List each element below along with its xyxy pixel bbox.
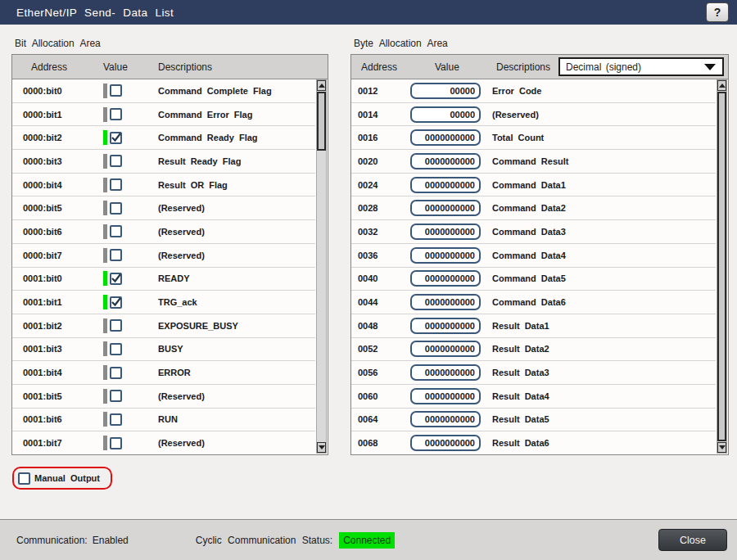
bit-value-checkbox[interactable] xyxy=(110,202,122,215)
value-indicator-bar xyxy=(103,178,107,192)
byte-value-input[interactable] xyxy=(410,411,481,427)
bit-value-cell xyxy=(103,341,158,356)
byte-value-input[interactable] xyxy=(410,270,481,287)
bit-value-checkbox[interactable] xyxy=(110,296,122,309)
value-format-dropdown[interactable]: Decimal (signed) xyxy=(558,57,724,76)
byte-description: Result Data5 xyxy=(492,414,716,424)
byte-value-input[interactable] xyxy=(410,153,481,169)
byte-value-input[interactable] xyxy=(410,294,481,310)
bit-value-checkbox[interactable] xyxy=(110,437,122,449)
scroll-thumb[interactable] xyxy=(717,92,726,441)
manual-output-checkbox[interactable] xyxy=(18,472,30,485)
up-arrow-icon xyxy=(719,84,726,88)
bit-table-row: 0001:bit1 TRG_ack xyxy=(12,291,315,314)
bit-table-row: 0000:bit2 Command Ready Flag xyxy=(12,126,315,150)
value-indicator-bar xyxy=(103,224,107,239)
byte-value-input[interactable] xyxy=(410,106,481,123)
byte-value-input[interactable] xyxy=(410,364,481,381)
bit-description: Command Ready Flag xyxy=(158,133,315,142)
bit-value-checkbox[interactable] xyxy=(110,319,122,332)
bit-allocation-table: Address Value Descriptions 0000:bit0 Com… xyxy=(11,54,328,455)
value-indicator-bar xyxy=(103,130,107,145)
bit-value-checkbox[interactable] xyxy=(110,225,122,237)
scroll-track[interactable] xyxy=(717,91,726,442)
byte-value-input[interactable] xyxy=(410,177,481,193)
status-bar: Communication: Enabled Cyclic Communicat… xyxy=(0,519,737,560)
byte-table-row: 0052 Result Data2 xyxy=(351,338,716,362)
byte-address: 0020 xyxy=(358,156,410,166)
byte-value-input[interactable] xyxy=(410,224,481,240)
scroll-thumb[interactable] xyxy=(317,92,326,151)
bit-value-cell xyxy=(103,107,158,122)
bit-address: 0000:bit4 xyxy=(23,180,103,190)
bit-address: 0000:bit5 xyxy=(23,203,103,213)
value-indicator-bar xyxy=(103,154,107,169)
scroll-up-button[interactable] xyxy=(317,80,326,91)
scroll-down-button[interactable] xyxy=(717,442,726,453)
bit-description: ERROR xyxy=(158,368,315,377)
bit-address: 0000:bit6 xyxy=(23,227,103,237)
communication-value: Enabled xyxy=(93,535,129,546)
bit-value-checkbox[interactable] xyxy=(110,249,122,261)
close-button[interactable]: Close xyxy=(658,529,727,551)
bit-area-title: Bit Allocation Area xyxy=(15,38,101,49)
check-icon xyxy=(111,296,122,308)
bit-address: 0001:bit5 xyxy=(23,391,103,401)
bit-value-checkbox[interactable] xyxy=(110,155,122,167)
bit-value-checkbox[interactable] xyxy=(110,343,122,355)
value-indicator-bar xyxy=(103,248,107,263)
bit-value-checkbox[interactable] xyxy=(110,178,122,191)
bit-value-checkbox[interactable] xyxy=(110,108,122,120)
bit-description: (Reserved) xyxy=(158,438,315,448)
byte-description: Error Code xyxy=(492,86,716,96)
byte-address: 0040 xyxy=(358,273,410,283)
bit-value-cell xyxy=(103,318,158,333)
bit-table-row: 0000:bit7 (Reserved) xyxy=(12,244,315,268)
byte-description: Command Result xyxy=(492,156,716,166)
bit-table-row: 0000:bit0 Command Complete Flag xyxy=(12,79,315,103)
byte-description: Result Data6 xyxy=(492,438,716,448)
bit-address: 0000:bit2 xyxy=(23,133,103,142)
byte-table-body: 0012 Error Code 0014 (Reserved) 0016 Tot… xyxy=(351,79,716,454)
byte-table-row: 0012 Error Code xyxy=(351,79,716,103)
bit-value-cell xyxy=(103,130,158,145)
bit-col-address: Address xyxy=(31,61,103,73)
byte-value-input[interactable] xyxy=(410,200,481,216)
bit-value-checkbox[interactable] xyxy=(110,132,122,144)
byte-value-input[interactable] xyxy=(410,435,481,451)
bit-value-checkbox[interactable] xyxy=(110,390,122,402)
bit-value-cell xyxy=(103,154,158,169)
byte-value-input[interactable] xyxy=(410,318,481,334)
bit-col-descriptions: Descriptions xyxy=(158,61,212,73)
scroll-track[interactable] xyxy=(317,91,326,442)
byte-table-scrollbar[interactable] xyxy=(717,79,727,454)
byte-value-input[interactable] xyxy=(410,129,481,146)
byte-table-row: 0032 Command Data3 xyxy=(351,220,716,244)
bit-value-checkbox[interactable] xyxy=(110,367,122,379)
bit-value-checkbox[interactable] xyxy=(110,84,122,97)
bit-address: 0001:bit7 xyxy=(23,438,103,448)
byte-value-input[interactable] xyxy=(410,83,481,99)
byte-value-input[interactable] xyxy=(410,388,481,404)
bit-table-scrollbar[interactable] xyxy=(316,79,327,454)
bit-description: (Reserved) xyxy=(158,203,315,213)
scroll-down-button[interactable] xyxy=(317,442,326,453)
bit-value-cell xyxy=(103,201,158,215)
help-button[interactable]: ? xyxy=(706,2,729,22)
value-indicator-bar xyxy=(103,412,107,427)
bit-value-checkbox[interactable] xyxy=(110,413,122,426)
byte-value-input[interactable] xyxy=(410,341,481,357)
check-icon xyxy=(111,273,122,284)
cyclic-status-label: Cyclic Communication Status: xyxy=(196,535,332,546)
byte-table-row: 0028 Command Data2 xyxy=(351,196,716,220)
byte-value-input[interactable] xyxy=(410,247,481,264)
bit-description: (Reserved) xyxy=(158,227,315,237)
byte-address: 0064 xyxy=(358,414,410,424)
bit-description: Result Ready Flag xyxy=(158,156,315,166)
scroll-up-button[interactable] xyxy=(717,80,726,91)
bit-description: RUN xyxy=(158,414,315,424)
byte-address: 0028 xyxy=(358,203,410,213)
value-indicator-bar xyxy=(103,365,107,380)
byte-table-header: Address Value Descriptions Decimal (sign… xyxy=(351,55,728,79)
bit-value-checkbox[interactable] xyxy=(110,273,122,285)
